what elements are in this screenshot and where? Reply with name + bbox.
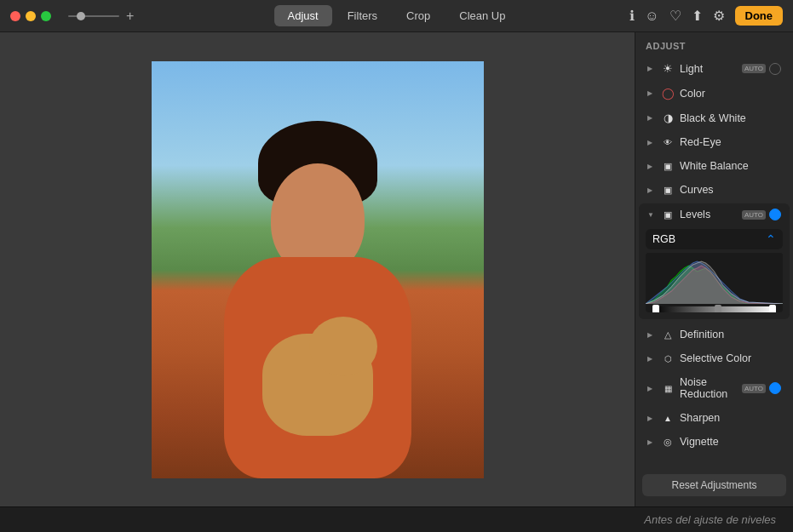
- selectivecolor-icon: ⬡: [661, 354, 675, 363]
- chevron-right-icon: ▶: [647, 139, 656, 146]
- adjust-item-vignette[interactable]: ▶ ◎ Vignette: [639, 431, 790, 453]
- curves-label: Curves: [680, 184, 781, 196]
- tools-icon[interactable]: ⚙: [713, 8, 725, 24]
- chevron-right-icon: ▶: [647, 415, 656, 422]
- levels-icon: ▣: [661, 209, 675, 220]
- noise-toggle[interactable]: [769, 382, 781, 394]
- levels-section: ▼ ▣ Levels AUTO RGB ⌃: [639, 203, 790, 319]
- redeye-icon: 👁: [661, 138, 675, 147]
- titlebar: + Adjust Filters Crop Clean Up ℹ ☺ ♡ ⬆ ⚙…: [0, 0, 793, 32]
- sharpen-icon: ▲: [661, 414, 675, 423]
- bottom-caption: Antes del ajuste de niveles: [644, 513, 776, 526]
- light-controls: AUTO: [742, 63, 781, 75]
- adjust-item-curves[interactable]: ▶ ▣ Curves: [639, 179, 790, 201]
- levels-handle-mid[interactable]: [715, 305, 721, 312]
- chevron-right-icon: ▶: [647, 163, 656, 170]
- noise-icon: ▦: [661, 384, 675, 393]
- chevron-right-icon: ▶: [647, 385, 656, 392]
- levels-slider-rail[interactable]: [652, 306, 776, 312]
- chevron-right-icon: ▶: [647, 331, 656, 339]
- whitebalance-icon: ▣: [661, 161, 675, 172]
- tab-crop[interactable]: Crop: [393, 5, 444, 26]
- adjust-item-bw[interactable]: ▶ ◑ Black & White: [639, 106, 790, 129]
- noise-label: Noise Reduction: [680, 376, 737, 400]
- levels-toggle[interactable]: [769, 209, 781, 220]
- nav-tabs: Adjust Filters Crop Clean Up: [274, 5, 520, 26]
- light-icon: ☀: [661, 62, 675, 75]
- bw-label: Black & White: [680, 112, 781, 124]
- chevron-down-icon: ▼: [647, 211, 656, 219]
- sharpen-label: Sharpen: [680, 412, 781, 424]
- whitebalance-label: White Balance: [680, 160, 781, 172]
- tab-filters[interactable]: Filters: [334, 5, 391, 26]
- bottom-bar: Antes del ajuste de niveles: [0, 506, 793, 532]
- chevron-right-icon: ▶: [647, 65, 656, 72]
- panel-header: ADJUST: [635, 32, 793, 56]
- maximize-button[interactable]: [41, 11, 51, 21]
- light-auto-badge[interactable]: AUTO: [742, 64, 766, 73]
- dog-head: [309, 317, 377, 376]
- rgb-dropdown-icon: ⌃: [766, 232, 776, 246]
- levels-header[interactable]: ▼ ▣ Levels AUTO: [639, 203, 790, 226]
- definition-label: Definition: [680, 329, 781, 340]
- histogram-svg: [646, 253, 783, 304]
- toolbar-right: ℹ ☺ ♡ ⬆ ⚙ Done: [629, 6, 783, 26]
- light-toggle[interactable]: [769, 63, 781, 75]
- minimize-button[interactable]: [26, 11, 36, 21]
- share-icon[interactable]: ⬆: [692, 8, 703, 24]
- photo-container: [152, 61, 484, 478]
- noise-controls: AUTO: [742, 382, 781, 394]
- done-button[interactable]: Done: [735, 6, 784, 26]
- chevron-right-icon: ▶: [647, 438, 656, 446]
- tab-cleanup[interactable]: Clean Up: [445, 5, 519, 26]
- adjust-item-color[interactable]: ▶ ◯ Color: [639, 82, 790, 105]
- vignette-label: Vignette: [680, 436, 781, 448]
- main-area: ADJUST ▶ ☀ Light AUTO ▶ ◯ Color ▶ ◑ Blac…: [0, 32, 793, 506]
- levels-auto-badge[interactable]: AUTO: [742, 210, 766, 220]
- noise-auto-badge[interactable]: AUTO: [742, 384, 766, 393]
- zoom-slider[interactable]: +: [68, 9, 134, 24]
- curves-icon: ▣: [661, 185, 675, 196]
- smiley-icon[interactable]: ☺: [645, 9, 658, 24]
- tab-adjust[interactable]: Adjust: [274, 5, 332, 26]
- levels-controls: AUTO: [742, 209, 781, 220]
- histogram-container: [646, 253, 783, 312]
- bw-icon: ◑: [661, 112, 675, 124]
- reset-adjustments-button[interactable]: Reset Adjustments: [642, 474, 786, 496]
- chevron-right-icon: ▶: [647, 186, 656, 194]
- photo-panel: [0, 32, 635, 506]
- slider-track: [68, 15, 119, 17]
- redeye-label: Red-Eye: [680, 136, 781, 148]
- adjust-item-light[interactable]: ▶ ☀ Light AUTO: [639, 57, 790, 80]
- reset-container: Reset Adjustments: [635, 467, 793, 506]
- traffic-lights: [10, 11, 51, 21]
- color-icon: ◯: [661, 87, 675, 100]
- adjust-item-whitebalance[interactable]: ▶ ▣ White Balance: [639, 155, 790, 177]
- levels-label: Levels: [680, 209, 737, 220]
- levels-handle-right[interactable]: [769, 305, 776, 312]
- zoom-plus-icon[interactable]: +: [126, 9, 134, 24]
- adjust-item-definition[interactable]: ▶ △ Definition: [639, 323, 790, 346]
- right-panel: ADJUST ▶ ☀ Light AUTO ▶ ◯ Color ▶ ◑ Blac…: [635, 32, 793, 506]
- photo-background: [152, 61, 484, 478]
- chevron-right-icon: ▶: [647, 114, 656, 122]
- rgb-select[interactable]: RGB ⌃: [646, 229, 783, 249]
- slider-thumb: [77, 12, 85, 20]
- adjust-item-noise[interactable]: ▶ ▦ Noise Reduction AUTO: [639, 371, 790, 405]
- adjust-item-redeye[interactable]: ▶ 👁 Red-Eye: [639, 131, 790, 153]
- chevron-right-icon: ▶: [647, 355, 656, 363]
- color-label: Color: [680, 88, 781, 100]
- light-label: Light: [680, 63, 737, 75]
- heart-icon[interactable]: ♡: [669, 8, 681, 24]
- close-button[interactable]: [10, 11, 20, 21]
- adjust-item-sharpen[interactable]: ▶ ▲ Sharpen: [639, 407, 790, 429]
- selectivecolor-label: Selective Color: [680, 352, 781, 364]
- definition-icon: △: [661, 329, 675, 340]
- adjust-item-selectivecolor[interactable]: ▶ ⬡ Selective Color: [639, 347, 790, 369]
- chevron-right-icon: ▶: [647, 89, 656, 97]
- levels-handle-left[interactable]: [652, 305, 659, 312]
- info-icon[interactable]: ℹ: [629, 8, 635, 24]
- vignette-icon: ◎: [661, 437, 675, 448]
- rgb-label: RGB: [652, 233, 675, 245]
- person-shape: [207, 121, 428, 478]
